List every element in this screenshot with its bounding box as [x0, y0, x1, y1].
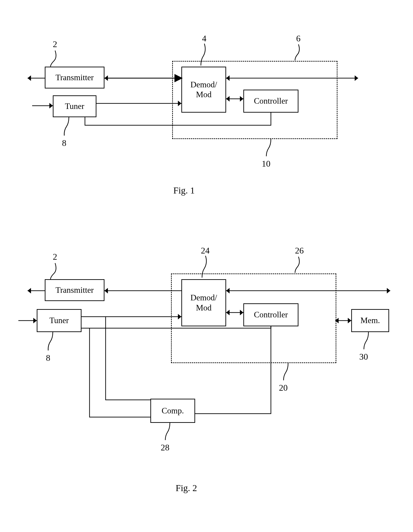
fig2-ref-20: 20: [279, 383, 288, 393]
svg-marker-23: [33, 318, 37, 323]
svg-marker-30: [335, 318, 339, 323]
fig2-ref-30: 30: [359, 352, 368, 362]
svg-marker-16: [104, 288, 108, 294]
fig2-ref-24: 24: [201, 246, 210, 256]
fig2-ref-8: 8: [46, 353, 50, 363]
svg-marker-28: [240, 310, 243, 315]
svg-marker-20: [226, 288, 229, 294]
svg-marker-25: [178, 314, 181, 319]
fig2-ref-2: 2: [53, 252, 57, 262]
fig2-caption: Fig. 2: [176, 483, 197, 494]
page: Transmitter Tuner Demod/ Mod Controller: [0, 0, 413, 532]
svg-marker-21: [387, 288, 390, 294]
svg-marker-27: [226, 310, 229, 315]
fig2-ref-26: 26: [295, 246, 304, 256]
svg-marker-18: [28, 288, 31, 294]
svg-marker-31: [348, 318, 351, 323]
fig2-ref-28: 28: [161, 442, 169, 453]
